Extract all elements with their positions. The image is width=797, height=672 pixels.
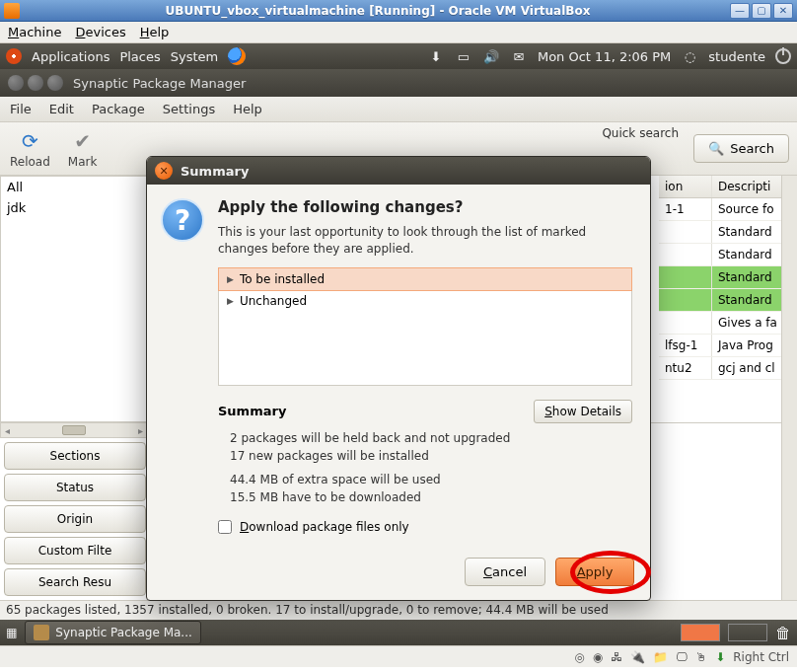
workspace-2[interactable]: [728, 624, 767, 641]
summary-line-4: 15.5 MB have to be downloaded: [230, 488, 632, 506]
mark-button[interactable]: ✔ Mark: [68, 129, 98, 169]
status-button[interactable]: Status: [4, 474, 146, 501]
vbox-display-icon[interactable]: 🖵: [676, 650, 688, 664]
table-row[interactable]: Gives a fa: [659, 312, 797, 335]
category-list[interactable]: All jdk: [0, 176, 148, 422]
sections-button[interactable]: Sections: [4, 442, 146, 470]
syn-menu-settings[interactable]: Settings: [163, 102, 215, 116]
expand-icon: ▶: [227, 296, 234, 306]
vbox-app-icon: [4, 3, 20, 19]
vbox-mouse-icon[interactable]: 🖱: [695, 650, 707, 664]
question-icon: ?: [161, 198, 204, 242]
vbox-usb-icon[interactable]: 🔌: [630, 650, 645, 664]
volume-icon[interactable]: 🔊: [482, 47, 500, 65]
mail-icon[interactable]: ✉: [510, 47, 528, 65]
dialog-title: Summary: [181, 164, 249, 179]
battery-icon[interactable]: ▭: [455, 47, 472, 65]
vbox-menu-machine[interactable]: MMachineachine: [8, 25, 61, 39]
vbox-menu-devices[interactable]: Devices: [75, 25, 125, 39]
summary-line-1: 2 packages will be held back and not upg…: [230, 429, 632, 447]
category-jdk[interactable]: jdk: [1, 197, 147, 218]
clock[interactable]: Mon Oct 11, 2:06 PM: [538, 49, 671, 64]
left-hscrollbar[interactable]: ◂▸: [0, 422, 148, 438]
table-row[interactable]: lfsg-1Java Prog: [659, 335, 797, 357]
firefox-launcher-icon[interactable]: [228, 47, 246, 65]
vbox-shared-icon[interactable]: 📁: [653, 650, 668, 664]
syn-menu-help[interactable]: Help: [233, 102, 262, 116]
vbox-title: UBUNTU_vbox_virtualmachine [Running] - O…: [26, 4, 730, 18]
vbox-close-button[interactable]: ✕: [773, 3, 793, 19]
item-to-be-installed[interactable]: ▶To be installed: [218, 267, 632, 291]
user-icon[interactable]: ◌: [681, 47, 698, 65]
table-row[interactable]: Standard: [659, 289, 797, 312]
table-row[interactable]: Standard: [659, 244, 797, 266]
category-all[interactable]: All: [1, 177, 147, 197]
vbox-hd-icon[interactable]: ◎: [574, 650, 584, 664]
vbox-menu-help[interactable]: Help: [140, 25, 170, 39]
summary-dialog: ✕ Summary ? Apply the following changes?…: [146, 156, 651, 601]
vbox-net-icon[interactable]: 🖧: [611, 650, 622, 664]
vbox-maximize-button[interactable]: ▢: [752, 3, 771, 19]
right-vscrollbar[interactable]: [781, 176, 797, 600]
reload-button[interactable]: ⟳ Reload: [10, 129, 50, 169]
download-only-input[interactable]: [218, 520, 232, 534]
show-desktop-icon[interactable]: ▦: [6, 626, 17, 639]
synaptic-title: Synaptic Package Manager: [73, 76, 246, 91]
summary-line-3: 44.4 MB of extra space will be used: [230, 471, 632, 488]
menu-applications[interactable]: Applications: [32, 49, 109, 64]
syn-minimize-button[interactable]: [28, 75, 43, 91]
expand-icon: ▶: [227, 274, 234, 284]
show-details-button[interactable]: Show Details: [534, 400, 632, 423]
syn-menu-edit[interactable]: Edit: [49, 102, 74, 116]
cancel-button[interactable]: Cancel: [465, 558, 545, 586]
menu-system[interactable]: System: [171, 49, 218, 64]
gnome-top-panel: Applications Places System ⬇ ▭ 🔊 ✉ Mon O…: [0, 43, 797, 69]
origin-button[interactable]: Origin: [4, 505, 146, 533]
download-only-checkbox[interactable]: Download package files only: [218, 520, 632, 534]
syn-close-button[interactable]: [8, 75, 24, 91]
menu-places[interactable]: Places: [119, 49, 160, 64]
custom-filters-button[interactable]: Custom Filte: [4, 537, 146, 564]
synaptic-titlebar: Synaptic Package Manager: [0, 69, 797, 97]
table-row[interactable]: Standard: [659, 266, 797, 289]
search-results-button[interactable]: Search Resu: [4, 568, 146, 596]
apply-button[interactable]: Apply: [555, 558, 634, 586]
synaptic-menubar: File Edit Package Settings Help: [0, 97, 797, 122]
table-row[interactable]: 1-1Source fo: [659, 198, 797, 221]
vbox-hostkey-label: Right Ctrl: [733, 650, 789, 664]
taskbar-item-synaptic[interactable]: Synaptic Package Ma...: [25, 621, 200, 644]
updates-icon[interactable]: ⬇: [427, 47, 445, 65]
vbox-cd-icon[interactable]: ◉: [593, 650, 603, 664]
search-button[interactable]: 🔍 Search: [693, 134, 789, 163]
trash-icon[interactable]: 🗑: [775, 624, 791, 642]
item-unchanged[interactable]: ▶Unchanged: [219, 290, 631, 312]
table-row[interactable]: ntu2gcj and cl: [659, 357, 797, 380]
left-pane: All jdk ◂▸ Sections Status Origin Custom…: [0, 176, 148, 600]
synaptic-task-icon: [34, 625, 49, 640]
changes-list[interactable]: ▶To be installed ▶Unchanged: [218, 267, 632, 386]
vbox-titlebar: UBUNTU_vbox_virtualmachine [Running] - O…: [0, 0, 797, 22]
vbox-hostkey-icon: ⬇: [715, 650, 725, 664]
vbox-minimize-button[interactable]: —: [730, 3, 750, 19]
dialog-close-button[interactable]: ✕: [155, 162, 173, 180]
search-icon: 🔍: [708, 141, 724, 156]
workspace-1[interactable]: [681, 624, 720, 641]
user-label[interactable]: studente: [708, 49, 765, 64]
dialog-body-text: This is your last opportunity to look th…: [218, 224, 632, 258]
dialog-titlebar[interactable]: ✕ Summary: [147, 157, 650, 185]
power-icon[interactable]: [775, 48, 791, 64]
reload-icon: ⟳: [22, 129, 38, 153]
summary-line-2: 17 new packages will be installed: [230, 447, 632, 465]
dialog-heading: Apply the following changes?: [218, 198, 632, 216]
vbox-statusbar: ◎ ◉ 🖧 🔌 📁 🖵 🖱 ⬇ Right Ctrl: [0, 645, 797, 667]
syn-menu-package[interactable]: Package: [92, 102, 145, 116]
table-row[interactable]: Standard: [659, 221, 797, 244]
vbox-menubar: MMachineachine Devices Help: [0, 22, 797, 43]
table-header: ion Descripti: [659, 176, 797, 198]
quick-search-label: Quick search: [602, 126, 679, 140]
package-table: ion Descripti 1-1Source foStandardStanda…: [659, 176, 797, 380]
col-version[interactable]: ion: [659, 176, 712, 197]
syn-menu-file[interactable]: File: [10, 102, 32, 116]
ubuntu-logo-icon[interactable]: [6, 48, 22, 64]
syn-maximize-button[interactable]: [47, 75, 63, 91]
